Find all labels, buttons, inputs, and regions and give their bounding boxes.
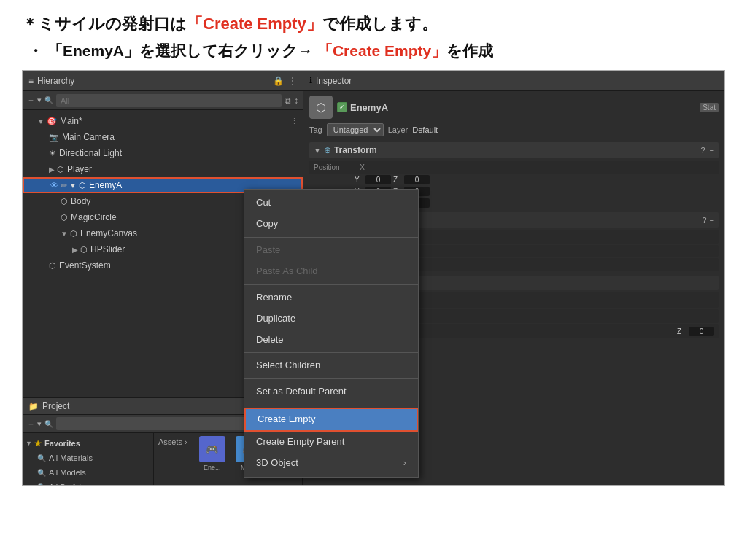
tree-label-main-camera: Main Camera <box>62 132 115 142</box>
asset-item-ene[interactable]: 🎮 Ene... <box>196 436 228 471</box>
script-help-btn[interactable]: ? <box>702 216 706 225</box>
fav-label-all-models: All Models <box>49 468 86 477</box>
ctx-paste: Paste <box>244 240 418 261</box>
project-folder-icon: 📁 <box>28 402 39 411</box>
tag-layer-row: Tag Untagged Layer Default <box>309 123 719 136</box>
ctx-sep-5 <box>244 405 418 405</box>
context-menu: Cut Copy Paste Paste As Child Rename Dup… <box>244 189 419 478</box>
tree-label-enemycanvas: EnemyCanvas <box>80 228 137 238</box>
script-menu-btn[interactable]: ≡ <box>710 216 714 225</box>
title-line1: ＊ミサイルの発射口は「Create Empty」で作成します。 <box>22 13 725 36</box>
highlight-create-empty-2: 「Create Empty」 <box>317 42 446 59</box>
inspector-header: ℹ Inspector <box>303 71 724 91</box>
eye-indicator: 👁 <box>50 181 58 190</box>
tag-label: Tag <box>309 125 322 134</box>
scene-menu-icon[interactable]: ⋮ <box>290 117 298 126</box>
ctx-sep-3 <box>244 352 418 353</box>
tree-label-main: Main* <box>60 116 82 126</box>
object-icon: ⬡ <box>309 96 333 119</box>
assets-breadcrumb: Assets › <box>158 436 187 446</box>
tree-item-directional-light[interactable]: ☀ Directional Light <box>23 145 303 161</box>
asset-thumb-ene: 🎮 <box>199 436 225 462</box>
favorites-header: ▼ ★ Favorites <box>23 436 153 451</box>
tree-item-main-camera[interactable]: 📷 Main Camera <box>23 129 303 145</box>
ctx-copy[interactable]: Copy <box>244 214 418 235</box>
fav-all-models[interactable]: 🔍 All Models <box>23 465 153 480</box>
object-name-text: EnemyA <box>350 102 388 113</box>
position-partial-row: Position X <box>309 161 719 174</box>
project-search-icon: 🔍 <box>44 420 53 428</box>
object-name-area: ✓ EnemyA Stat <box>337 102 719 113</box>
fav-all-prefabs[interactable]: 🔍 All Prefabs <box>23 480 153 486</box>
tag-dropdown[interactable]: Untagged <box>327 123 384 136</box>
ctx-create-empty[interactable]: Create Empty <box>244 408 418 432</box>
transform-help-icon[interactable]: ? <box>700 146 705 155</box>
layer-value: Default <box>412 125 438 134</box>
screenshot-container: ≡ Hierarchy 🔒 ⋮ ＋ ▾ 🔍 ⧉ ↕ ▼ 🎯 Main* ⋮ <box>22 70 725 486</box>
lock-icon[interactable]: 🔒 <box>273 76 284 86</box>
ctx-rename[interactable]: Rename <box>244 287 418 308</box>
tree-label-body: Body <box>71 196 90 206</box>
hierarchy-header-icons: 🔒 ⋮ <box>273 76 297 86</box>
ctx-duplicate[interactable]: Duplicate <box>244 308 418 330</box>
paint-icon: ✏ <box>61 181 67 190</box>
transform-menu-icon[interactable]: ≡ <box>710 146 714 155</box>
highlight-create-empty-1: 「Create Empty」 <box>187 15 322 33</box>
z-axis-val[interactable]: 0 <box>689 327 714 336</box>
tree-label-eventsystem: EventSystem <box>59 260 111 271</box>
annotation-section: ＊ミサイルの発射口は「Create Empty」で作成します。 ・「EnemyA… <box>0 0 747 70</box>
search-small-icon: 🔍 <box>37 454 46 462</box>
hierarchy-title-label: Hierarchy <box>37 76 74 86</box>
object-name-row: ✓ EnemyA Stat <box>337 102 719 113</box>
hierarchy-toolbar: ＋ ▾ 🔍 ⧉ ↕ <box>23 91 303 110</box>
fav-all-materials[interactable]: 🔍 All Materials <box>23 451 153 465</box>
ctx-sep-2 <box>244 284 418 285</box>
ctx-paste-as-child: Paste As Child <box>244 261 418 282</box>
fav-label-all-materials: All Materials <box>49 454 93 462</box>
ctx-3d-object[interactable]: 3D Object <box>244 453 418 474</box>
favorites-tree: ▼ ★ Favorites 🔍 All Materials 🔍 <box>23 433 154 486</box>
ctx-create-empty-parent[interactable]: Create Empty Parent <box>244 432 418 453</box>
project-title-label: Project <box>42 401 69 411</box>
ctx-sep-1 <box>244 237 418 238</box>
transform-buttons: ? ≡ <box>700 146 714 155</box>
favorites-title-label: Favorites <box>44 439 80 448</box>
z-axis-label: Z <box>677 327 686 335</box>
tree-label-hpslider: HPSlider <box>90 244 125 254</box>
pos-y-label: Y <box>355 176 363 184</box>
search-small-icon2: 🔍 <box>37 469 46 477</box>
filter-icon[interactable]: ⧉ <box>285 96 291 106</box>
tree-item-main[interactable]: ▼ 🎯 Main* ⋮ <box>23 113 303 129</box>
asset-label-ene: Ene... <box>204 464 221 471</box>
search-input[interactable] <box>56 94 282 107</box>
ctx-sep-4 <box>244 378 418 379</box>
tree-label-magiccircle: MagicCircle <box>71 212 117 222</box>
hierarchy-icon: ≡ <box>28 76 34 86</box>
more-icon[interactable]: ⋮ <box>288 76 297 86</box>
tree-label-directional-light: Directional Light <box>59 148 122 158</box>
search-icon: 🔍 <box>44 96 53 104</box>
active-checkbox[interactable]: ✓ <box>337 102 347 112</box>
hierarchy-header: ≡ Hierarchy 🔒 ⋮ <box>23 71 303 91</box>
layer-label: Layer <box>388 125 409 134</box>
ctx-cut[interactable]: Cut <box>244 192 418 214</box>
title-line2: ・「EnemyA」を選択して右クリック→ 「Create Empty」を作成 <box>22 40 725 61</box>
sort-icon[interactable]: ↕ <box>294 96 298 106</box>
fav-label-all-prefabs: All Prefabs <box>49 483 88 486</box>
project-add-button[interactable]: ＋ ▾ <box>27 419 42 429</box>
hierarchy-title: ≡ Hierarchy <box>28 76 74 86</box>
tree-label-enemya: EnemyA <box>89 180 122 190</box>
add-button[interactable]: ＋ ▾ <box>27 95 42 106</box>
tree-item-player[interactable]: ▶ ⬡ Player <box>23 161 303 177</box>
ctx-select-children[interactable]: Select Children <box>244 355 418 376</box>
transform-pos-row: Y 0 Z 0 <box>309 175 719 184</box>
tree-label-player: Player <box>67 164 92 174</box>
ctx-set-default-parent[interactable]: Set as Default Parent <box>244 381 418 402</box>
ctx-delete[interactable]: Delete <box>244 330 418 351</box>
pos-z-value[interactable]: 0 <box>404 175 430 184</box>
inspector-info-icon: ℹ <box>309 76 312 85</box>
transform-component-header: ▼ ⊕ Transform ? ≡ <box>309 142 719 158</box>
transform-icon: ⊕ <box>324 145 331 155</box>
inspector-title-label: Inspector <box>316 76 352 86</box>
pos-y-value[interactable]: 0 <box>365 175 391 184</box>
